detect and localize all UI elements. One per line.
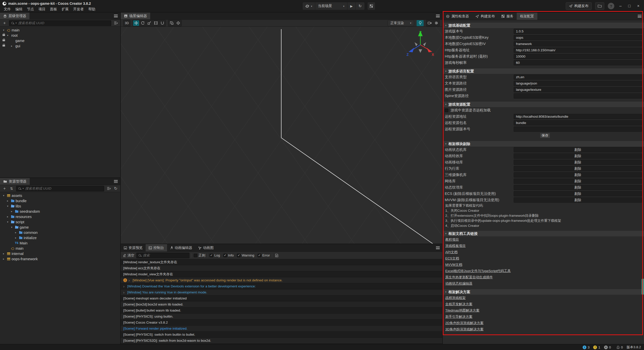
property-value-input[interactable]: zh,en (514, 74, 642, 80)
module-remove-button[interactable]: 剔除 (514, 166, 642, 171)
pivot-snap-button[interactable] (169, 20, 175, 26)
log-expand-arrow[interactable] (123, 290, 126, 294)
property-value-input[interactable]: framework (514, 41, 642, 47)
solution-link[interactable]: 全栈开发解决方案 (445, 302, 472, 307)
console-clear-button[interactable]: 清空 (123, 253, 134, 258)
tree-expand-arrow[interactable] (3, 194, 6, 197)
property-value-input[interactable] (514, 93, 642, 99)
log-row[interactable]: [Window] model_view文件夹存在 (121, 271, 442, 277)
preview-platform-select[interactable]: ▾ (303, 2, 315, 10)
assets-refresh-button[interactable]: ↻ (113, 186, 118, 191)
doc-link[interactable]: ECS文档 (445, 256, 459, 261)
panel-menu-icon[interactable] (436, 246, 440, 249)
lock-icon[interactable] (3, 34, 5, 36)
tree-expand-arrow[interactable] (15, 231, 18, 234)
create-asset-button[interactable]: + (2, 186, 7, 191)
tab-framework-config[interactable]: 框架配置 (517, 13, 537, 20)
scene-selector-dropdown[interactable]: 当前场景 ▾ (315, 2, 347, 10)
window-minimize-button[interactable]: – (618, 4, 623, 8)
layout-button[interactable] (367, 2, 375, 10)
tree-expand-arrow[interactable] (7, 221, 10, 223)
tree-row[interactable]: oops-framework (0, 256, 120, 261)
window-close-button[interactable]: × (636, 4, 641, 8)
rotation-snap-button[interactable] (175, 20, 181, 26)
menu-item[interactable]: 开发者 (71, 6, 86, 12)
tree-row[interactable]: root (0, 33, 120, 38)
log-expand-arrow[interactable] (129, 278, 131, 282)
solution-link[interactable]: 战棋游戏框架 (445, 296, 466, 300)
module-remove-button[interactable]: 剔除 (514, 191, 642, 196)
doc-link[interactable]: 教程项目 (445, 237, 459, 242)
tree-expand-arrow[interactable] (7, 199, 10, 202)
tab-build-publish[interactable]: 构建发布 (472, 13, 498, 20)
tree-row[interactable]: game (0, 38, 120, 43)
property-value-input[interactable]: language/texture (514, 87, 642, 92)
log-filter-toggle[interactable]: Info (223, 253, 234, 257)
open-project-folder-button[interactable] (595, 2, 604, 10)
tree-row[interactable]: initialize (0, 235, 120, 240)
inspector-scrollbar-thumb[interactable] (642, 279, 644, 295)
property-value-input[interactable]: http://localhost:8083/assets/bundle (514, 114, 642, 119)
scene-viewport[interactable]: Y X Z (121, 27, 442, 244)
play-button[interactable]: ▶ (347, 2, 355, 10)
doc-link[interactable]: MVVM文档 (445, 262, 462, 267)
tree-expand-arrow[interactable] (11, 45, 14, 47)
doc-link[interactable]: 游戏模板项目 (445, 244, 466, 248)
tab-animation-graph[interactable]: 动画图 (195, 244, 217, 251)
log-row[interactable]: [Scene] Cocos Creator v3.8.2 (121, 320, 442, 326)
module-remove-button[interactable]: 剔除 (514, 185, 642, 190)
reload-button[interactable]: ↻ (355, 2, 365, 10)
tab-service[interactable]: 服务 (498, 13, 517, 20)
tree-row[interactable]: main (0, 27, 120, 33)
hierarchy-search-input[interactable] (18, 21, 109, 25)
axis-gizmo[interactable]: Y X Z (404, 28, 437, 60)
panel-menu-icon[interactable] (436, 15, 440, 17)
menu-item[interactable]: 项目 (36, 6, 48, 12)
menu-item[interactable]: 文件 (2, 6, 13, 12)
log-row[interactable]: [Scene] [PHYSICS2D]: switch from box2d-w… (121, 338, 442, 344)
assets-filter-button[interactable] (106, 186, 111, 191)
help-button[interactable]: ? (608, 3, 614, 9)
tree-expand-arrow[interactable] (7, 215, 10, 218)
tree-row[interactable]: gui (0, 43, 120, 49)
property-value-input[interactable]: oops (514, 35, 642, 40)
tab-assets[interactable]: 资源管理器 (0, 178, 30, 185)
tree-expand-arrow[interactable] (11, 210, 14, 213)
panel-menu-icon[interactable] (114, 180, 118, 183)
log-row[interactable]: [Window] You are running Vue in developm… (121, 289, 442, 295)
log-row[interactable]: [Scene] meshopt wasm decoder initialized (121, 295, 442, 301)
tab-property-inspector[interactable]: 属性检查器 (443, 13, 472, 20)
tree-row[interactable]: bundle (0, 198, 120, 203)
tree-expand-arrow[interactable] (3, 252, 6, 255)
log-row[interactable]: [Window] [Vue warn]: Property "onInput" … (121, 277, 442, 283)
status-info-counter[interactable]: i 3 (583, 345, 590, 349)
menu-item[interactable]: 帮助 (86, 6, 98, 12)
tree-row[interactable]: seedrandom (0, 209, 120, 214)
tree-expand-arrow[interactable] (7, 205, 10, 207)
solution-link[interactable]: 新手引导解决方案 (445, 315, 472, 319)
property-value-input[interactable]: language/json (514, 81, 642, 86)
window-maximize-button[interactable]: □ (627, 4, 632, 8)
status-warning-counter[interactable]: ! 1 (593, 345, 600, 349)
tree-expand-arrow[interactable] (15, 236, 18, 239)
filter-checkbox[interactable] (223, 254, 227, 257)
toggle-3d-button[interactable]: 3D (124, 20, 130, 26)
property-value-input[interactable]: bundle (514, 120, 642, 125)
lock-icon[interactable] (3, 45, 5, 47)
section-header-language[interactable]: ▾ 游戏多语言配置 (443, 68, 644, 74)
property-value-input[interactable]: 10000 (514, 54, 642, 59)
module-remove-button[interactable]: 剔除 (514, 147, 642, 152)
scale-tool-button[interactable] (146, 20, 152, 26)
log-row[interactable]: [Scene] [bullet]:bullet wasm lib loaded. (121, 308, 442, 314)
log-row[interactable]: [Window] Download the Vue Devtools exten… (121, 283, 442, 289)
panel-menu-icon[interactable] (114, 15, 118, 17)
tree-expand-arrow[interactable] (7, 34, 10, 37)
create-node-button[interactable]: + (2, 21, 7, 26)
doc-link[interactable]: 原生包热更新配置自动生成插件 (445, 275, 493, 280)
filter-checkbox[interactable] (237, 254, 240, 257)
doc-link[interactable]: Excel格式转Json文件与TypeScript代码工具 (445, 269, 511, 273)
property-value-input[interactable] (514, 126, 642, 132)
tree-row[interactable]: common (0, 230, 120, 235)
render-mode-dropdown[interactable]: 正常渲染 ▾ (388, 20, 414, 26)
assets-search-input[interactable] (25, 187, 102, 190)
